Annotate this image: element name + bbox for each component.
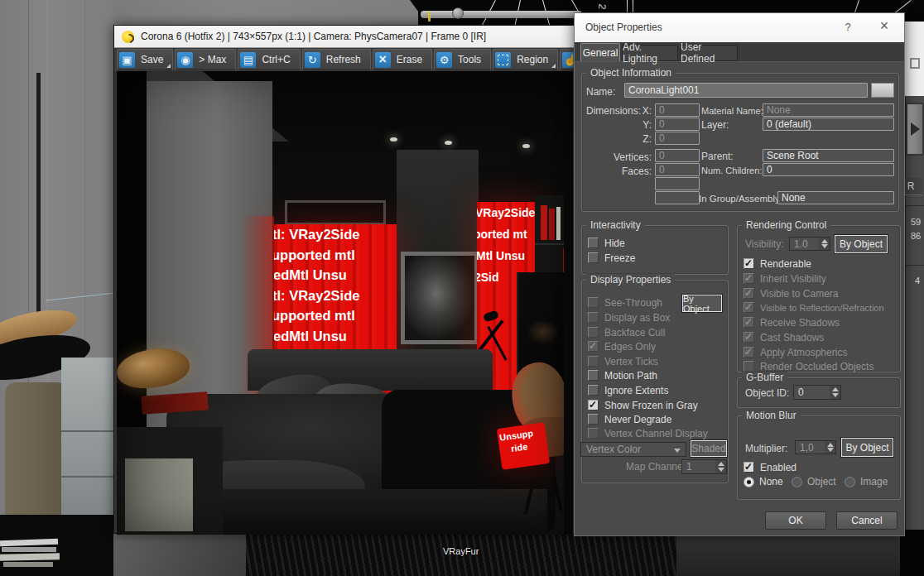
layer-field[interactable]: 0 (default) [763, 118, 894, 131]
send-to-max-label: > Max [199, 54, 226, 65]
num-children-field[interactable]: 0 [763, 163, 894, 176]
radio-none[interactable]: None [744, 476, 783, 487]
refresh-button[interactable]: ↻ Refresh [302, 49, 371, 70]
in-group-field[interactable]: None [777, 191, 894, 204]
ok-button[interactable]: OK [765, 511, 826, 530]
slider-knob[interactable] [452, 7, 464, 19]
checkbox-cast-shadows[interactable]: Cast Shadows [744, 331, 824, 343]
checkbox-apply-atmospherics[interactable]: Apply Atmospherics [744, 346, 847, 358]
checkbox-label: Never Degrade [604, 414, 671, 425]
pillow-crease [61, 476, 113, 478]
spinner-arrows-icon[interactable] [830, 386, 840, 399]
checkbox-motion-path[interactable]: Motion Path [588, 369, 657, 382]
checkbox-box [588, 327, 599, 338]
object-id-spinner[interactable]: 0 [793, 385, 841, 400]
y-label: Y: [583, 119, 652, 131]
radio-image[interactable]: Image [845, 476, 888, 487]
checkbox-box [744, 361, 754, 372]
checkbox-label: See-Through [604, 297, 662, 309]
checkbox-backface-cull[interactable]: Backface Cull [588, 326, 665, 338]
checkbox-ignore-extents[interactable]: Ignore Extents [588, 384, 668, 396]
checkbox-show-frozen-in-gray[interactable]: Show Frozen in Gray [588, 399, 698, 411]
multiplier-spinner[interactable]: 1,0 [795, 440, 836, 454]
empty-field[interactable] [655, 177, 700, 190]
vertices-field[interactable]: 0 [655, 149, 700, 162]
checkbox-render-occluded-objects[interactable]: Render Occluded Objects [744, 360, 873, 372]
spinner-arrows-icon[interactable] [715, 460, 726, 473]
dialog-titlebar[interactable]: Object Properties ? × [575, 13, 904, 42]
floppy-icon: ▣ [119, 52, 135, 68]
group-legend: Motion Blur [742, 410, 801, 421]
viewport-slider-bar[interactable] [421, 11, 582, 18]
checkbox-never-degrade[interactable]: Never Degrade [588, 413, 671, 425]
tab-user-defined[interactable]: User Defined [680, 45, 738, 61]
material-name-label: Material Name: [701, 105, 763, 117]
tab-adv-lighting-label: Adv. Lighting [623, 41, 677, 65]
corona-vfb-window: Corona 6 (Hotfix 2) | 743×557px (1:1) | … [113, 25, 584, 534]
y-field[interactable]: 0 [655, 118, 700, 131]
tab-general[interactable]: General [580, 43, 620, 61]
radio-label: Image [860, 476, 888, 487]
pendant-lamp-rod [36, 73, 41, 321]
z-field[interactable]: 0 [655, 132, 700, 145]
copy-button[interactable]: ▤ Ctrl+C [238, 49, 300, 70]
vrayfur-object-label: VRayFur [443, 546, 479, 556]
cancel-button[interactable]: Cancel [836, 511, 898, 530]
checkbox-inherit-visibility[interactable]: Inherit Visibility [744, 272, 826, 285]
side-panel-number: 86 [911, 231, 921, 241]
visibility-by-object-button[interactable]: By Object [835, 235, 888, 253]
material-name-field[interactable]: None [763, 103, 894, 117]
checkbox-renderable[interactable]: Renderable [744, 257, 811, 270]
checkbox-box [588, 238, 599, 248]
side-panel [905, 95, 924, 530]
faces-field[interactable]: 0 [655, 163, 700, 176]
spinner-arrows-icon[interactable] [819, 238, 830, 250]
render-vignette [117, 71, 573, 535]
checkbox-visible-to-reflection[interactable]: Visible to Reflection/Refraction [744, 301, 884, 314]
help-button[interactable]: ? [841, 21, 854, 33]
checkbox-label: Hide [604, 238, 625, 249]
region-glyph [498, 55, 508, 65]
erase-label: Erase [397, 54, 422, 65]
region-button[interactable]: Region [493, 49, 558, 70]
empty-field[interactable] [655, 191, 700, 204]
send-to-max-button[interactable]: ◉ > Max [175, 49, 236, 70]
checkbox-edges-only[interactable]: Edges Only [588, 340, 656, 353]
x-field[interactable]: 0 [655, 103, 700, 117]
close-icon[interactable]: × [876, 17, 893, 35]
name-input[interactable]: CoronaLight001 [624, 83, 868, 98]
checkbox-box [744, 317, 754, 328]
play-button[interactable] [906, 103, 924, 156]
checkbox-visible-to-camera[interactable]: Visible to Camera [744, 287, 839, 300]
tab-user-defined-label: User Defined [681, 41, 737, 65]
viewport-wall-top [113, 0, 418, 25]
checkbox-display-as-box[interactable]: Display as Box [588, 311, 670, 324]
checkbox-hide[interactable]: Hide [588, 237, 625, 249]
shaded-button[interactable]: Shaded [691, 440, 727, 457]
checkbox-label: Ignore Extents [604, 385, 668, 396]
map-channel-spinner[interactable]: 1 [681, 459, 727, 474]
checkbox-label: Motion Path [604, 370, 657, 382]
checkbox-freeze[interactable]: Freeze [588, 252, 635, 264]
visibility-spinner[interactable]: 1.0 [789, 237, 830, 251]
tools-button[interactable]: ⚙ Tools [434, 49, 491, 70]
checkbox-see-through[interactable]: See-Through [588, 296, 662, 309]
save-button[interactable]: ▣ Save [117, 49, 173, 70]
tab-adv-lighting[interactable]: Adv. Lighting [622, 45, 678, 61]
checkbox-box [744, 273, 754, 284]
radio-object[interactable]: Object [792, 476, 836, 487]
motion-blur-by-object-button[interactable]: By Object [841, 438, 893, 457]
parent-field[interactable]: Scene Root [763, 149, 894, 162]
checkbox-vertex-ticks[interactable]: Vertex Ticks [588, 355, 658, 367]
book-stack [0, 553, 60, 560]
checkbox-enabled[interactable]: Enabled [744, 461, 796, 473]
checkbox-vertex-channel-display[interactable]: Vertex Channel Display [588, 427, 708, 439]
vertex-color-dropdown[interactable]: Vertex Color [580, 442, 686, 457]
vfb-titlebar[interactable]: Corona 6 (Hotfix 2) | 743×557px (1:1) | … [114, 26, 583, 48]
display-by-object-button[interactable]: By Object [682, 295, 722, 312]
object-color-swatch[interactable] [871, 83, 894, 98]
checkbox-receive-shadows[interactable]: Receive Shadows [744, 316, 840, 329]
corona-max-icon: ◉ [177, 52, 193, 68]
erase-button[interactable]: × Erase [373, 49, 432, 70]
spinner-arrows-icon[interactable] [825, 441, 835, 454]
